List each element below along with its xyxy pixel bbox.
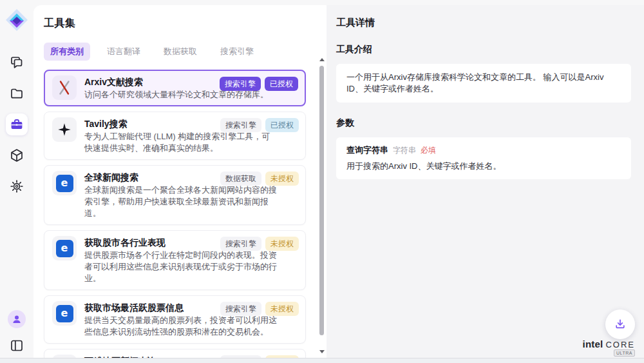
toolbox-icon (9, 117, 24, 132)
params-heading: 参数 (336, 117, 631, 129)
download-icon (614, 318, 627, 331)
tool-description: 全球新闻搜索是一个聚合全球各大新闻网站内容的搜索引擎，帮助用户快速获取全球最新资… (84, 184, 278, 219)
scrollbar-thumb[interactable] (319, 66, 324, 335)
tool-card-tavily[interactable]: Tavily搜索 专为人工智能代理 (LLM) 构建的搜索引擎工具，可快速提供实… (44, 112, 306, 160)
parameter-name: 查询字符串 (346, 144, 388, 156)
folder-icon (9, 86, 24, 101)
toolset-pane: 工具集 所有类别 语言翻译 数据获取 搜索引擎 A (33, 5, 327, 363)
intro-card: 一个用于从Arxiv存储库搜索科学论文和文章的工具。 输入可以是Arxiv ID… (336, 64, 631, 103)
category-tabs: 所有类别 语言翻译 数据获取 搜索引擎 (44, 43, 327, 61)
tool-description: 提供股票市场各个行业在特定时间段内的表现。投资者可以利用这些信息来识别表现优于或… (84, 250, 278, 284)
tab-search-engine[interactable]: 搜索引擎 (214, 43, 260, 61)
chat-icon (9, 55, 24, 70)
brand-ultra-badge: ultra (614, 349, 635, 357)
user-avatar[interactable] (8, 310, 26, 328)
main-panel: 工具集 所有类别 语言翻译 数据获取 搜索引擎 A (33, 5, 644, 363)
tool-detail-pane: 工具详情 工具介绍 一个用于从Arxiv存储库搜索科学论文和文章的工具。 输入可… (327, 5, 644, 363)
juhe-data-icon: e (52, 301, 77, 326)
sidebar-nav (6, 52, 28, 197)
brand-name: intel (583, 338, 603, 349)
tool-card-global-news[interactable]: e 全球新闻搜索 全球新闻搜索是一个聚合全球各大新闻网站内容的搜索引擎，帮助用户… (44, 165, 306, 225)
juhe-data-icon: e (52, 171, 77, 195)
tool-badges: 搜索引擎 已授权 (220, 77, 298, 91)
sidebar-item-models[interactable] (6, 144, 28, 166)
tool-badges: 数据获取 未授权 (220, 172, 299, 186)
parameter-required-badge: 必填 (421, 145, 436, 156)
category-badge: 搜索引擎 (220, 302, 261, 316)
auth-badge: 已授权 (265, 118, 299, 132)
tool-description: 专为人工智能代理 (LLM) 构建的搜索引擎工具，可快速提供实时、准确和真实的结… (84, 131, 278, 154)
sidebar-item-chat[interactable] (6, 52, 28, 74)
app-window: 工具集 所有类别 语言翻译 数据获取 搜索引擎 A (0, 0, 644, 363)
auth-badge: 未授权 (265, 302, 299, 316)
list-scrollbar[interactable] (318, 57, 326, 355)
app-logo-icon (5, 8, 29, 32)
sidebar-item-settings[interactable] (6, 175, 28, 197)
category-badge: 搜索引擎 (220, 237, 261, 251)
sidebar-collapse-button[interactable] (6, 335, 28, 357)
tool-badges: 搜索引擎 未授权 (220, 237, 299, 251)
tab-all-categories[interactable]: 所有类别 (44, 43, 90, 61)
sidebar (0, 0, 33, 363)
window-bottom-edge (0, 358, 644, 363)
parameter-header: 查询字符串 字符串 必填 (346, 144, 621, 156)
parameter-type: 字符串 (393, 145, 416, 156)
page-title: 工具集 (44, 17, 327, 30)
sidebar-bottom (0, 310, 33, 357)
category-badge: 数据获取 (220, 172, 261, 186)
sidebar-item-files[interactable] (6, 83, 28, 104)
category-badge: 搜索引擎 (220, 77, 261, 91)
intro-text: 一个用于从Arxiv存储库搜索科学论文和文章的工具。 输入可以是Arxiv ID… (346, 72, 603, 93)
parameter-description: 用于搜索的Arxiv ID、关键字或作者姓名。 (346, 161, 621, 172)
category-badge: 搜索引擎 (220, 118, 261, 132)
cube-icon (9, 148, 24, 163)
scroll-up-arrow-icon[interactable] (319, 58, 325, 61)
parameter-card: 查询字符串 字符串 必填 用于搜索的Arxiv ID、关键字或作者姓名。 (336, 137, 631, 179)
tool-description: 提供当天交易量最高的股票列表，投资者可以利用这些信息来识别流动性强的股票和潜在的… (84, 315, 278, 338)
tab-data-fetch[interactable]: 数据获取 (157, 43, 204, 61)
download-button[interactable] (605, 309, 635, 339)
scroll-down-arrow-icon[interactable] (319, 350, 325, 353)
avatar-icon (11, 313, 23, 325)
tab-translation[interactable]: 语言翻译 (100, 43, 147, 61)
sidebar-item-toolbox[interactable] (6, 113, 28, 135)
intel-core-logo: intel core ultra (583, 338, 635, 349)
auth-badge: 已授权 (265, 77, 298, 91)
tool-card-active-stocks[interactable]: e 获取市场最活跃股票信息 提供当天交易量最高的股票列表，投资者可以利用这些信息… (44, 295, 306, 344)
panel-icon (9, 338, 24, 353)
intro-heading: 工具介绍 (336, 44, 631, 55)
juhe-data-icon: e (52, 236, 77, 260)
brand-suffix: core (605, 340, 635, 349)
arxiv-icon (52, 75, 77, 100)
auth-badge: 未授权 (265, 237, 299, 251)
auth-badge: 未授权 (265, 172, 299, 186)
detail-title: 工具详情 (336, 17, 631, 29)
tool-badges: 搜索引擎 已授权 (220, 118, 299, 132)
tool-card-arxiv[interactable]: Arxiv文献搜索 访问各个研究领域大量科学论文和文章的存储库。 搜索引擎 已授… (44, 70, 306, 106)
tool-card-sector-performance[interactable]: e 获取股市各行业表现 提供股票市场各个行业在特定时间段内的表现。投资者可以利用… (44, 230, 306, 290)
gear-icon (9, 179, 24, 194)
tavily-icon (52, 117, 77, 142)
tool-badges: 搜索引擎 未授权 (220, 302, 299, 316)
tool-list: Arxiv文献搜索 访问各个研究领域大量科学论文和文章的存储库。 搜索引擎 已授… (44, 70, 306, 363)
